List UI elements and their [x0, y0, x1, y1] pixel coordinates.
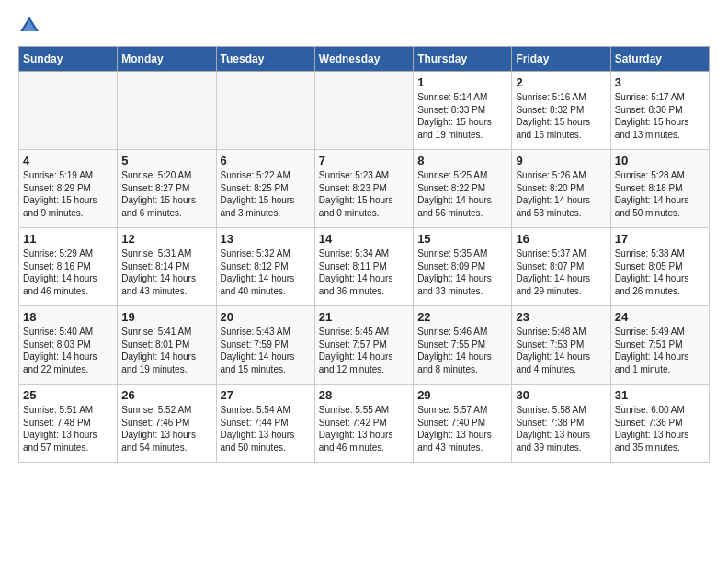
calendar-cell: 11Sunrise: 5:29 AM Sunset: 8:16 PM Dayli… — [19, 228, 118, 306]
day-number: 31 — [615, 388, 705, 402]
header — [18, 15, 710, 37]
day-number: 4 — [23, 154, 113, 167]
calendar-cell: 23Sunrise: 5:48 AM Sunset: 7:53 PM Dayli… — [512, 306, 610, 385]
calendar-cell — [314, 72, 413, 150]
calendar-cell: 17Sunrise: 5:38 AM Sunset: 8:05 PM Dayli… — [610, 228, 709, 306]
day-info: Sunrise: 5:46 AM Sunset: 7:55 PM Dayligh… — [417, 326, 507, 375]
day-number: 28 — [319, 388, 409, 402]
day-info: Sunrise: 5:32 AM Sunset: 8:12 PM Dayligh… — [221, 247, 311, 297]
day-number: 19 — [121, 310, 211, 324]
day-info: Sunrise: 5:28 AM Sunset: 8:18 PM Dayligh… — [615, 169, 705, 219]
day-number: 23 — [516, 310, 606, 324]
calendar-cell: 30Sunrise: 5:58 AM Sunset: 7:38 PM Dayli… — [512, 385, 610, 463]
day-number: 27 — [221, 388, 311, 402]
day-info: Sunrise: 5:43 AM Sunset: 7:59 PM Dayligh… — [221, 326, 311, 375]
logo-icon — [18, 15, 40, 37]
calendar-cell: 29Sunrise: 5:57 AM Sunset: 7:40 PM Dayli… — [414, 385, 512, 463]
calendar-cell: 13Sunrise: 5:32 AM Sunset: 8:12 PM Dayli… — [216, 228, 314, 306]
calendar-cell: 12Sunrise: 5:31 AM Sunset: 8:14 PM Dayli… — [118, 228, 216, 306]
calendar-cell — [216, 72, 314, 150]
calendar-cell: 1Sunrise: 5:14 AM Sunset: 8:33 PM Daylig… — [414, 72, 512, 150]
day-number: 7 — [319, 154, 409, 167]
day-info: Sunrise: 5:25 AM Sunset: 8:22 PM Dayligh… — [417, 169, 507, 219]
day-number: 21 — [319, 310, 409, 324]
day-number: 8 — [417, 154, 507, 167]
calendar-cell: 6Sunrise: 5:22 AM Sunset: 8:25 PM Daylig… — [216, 150, 314, 228]
calendar-cell — [118, 72, 216, 150]
day-info: Sunrise: 5:23 AM Sunset: 8:23 PM Dayligh… — [319, 169, 409, 219]
day-number: 18 — [23, 310, 113, 324]
day-number: 17 — [615, 232, 705, 246]
day-number: 11 — [23, 232, 113, 246]
calendar-cell — [19, 72, 118, 150]
calendar-cell: 31Sunrise: 6:00 AM Sunset: 7:36 PM Dayli… — [610, 385, 709, 463]
calendar-cell: 8Sunrise: 5:25 AM Sunset: 8:22 PM Daylig… — [414, 150, 512, 228]
day-info: Sunrise: 5:48 AM Sunset: 7:53 PM Dayligh… — [516, 326, 606, 375]
calendar-body: 1Sunrise: 5:14 AM Sunset: 8:33 PM Daylig… — [19, 72, 710, 463]
week-row-1: 1Sunrise: 5:14 AM Sunset: 8:33 PM Daylig… — [19, 72, 710, 150]
day-info: Sunrise: 5:52 AM Sunset: 7:46 PM Dayligh… — [121, 404, 211, 454]
day-number: 24 — [615, 310, 705, 324]
day-number: 5 — [121, 154, 211, 167]
day-number: 10 — [615, 154, 705, 167]
day-number: 14 — [319, 232, 409, 246]
day-number: 26 — [121, 388, 211, 402]
calendar-cell: 19Sunrise: 5:41 AM Sunset: 8:01 PM Dayli… — [118, 306, 216, 385]
calendar-cell: 24Sunrise: 5:49 AM Sunset: 7:51 PM Dayli… — [610, 306, 709, 385]
day-info: Sunrise: 5:41 AM Sunset: 8:01 PM Dayligh… — [121, 326, 211, 375]
calendar-cell: 10Sunrise: 5:28 AM Sunset: 8:18 PM Dayli… — [610, 150, 709, 228]
day-number: 6 — [221, 154, 311, 167]
day-number: 22 — [417, 310, 507, 324]
calendar-cell: 14Sunrise: 5:34 AM Sunset: 8:11 PM Dayli… — [314, 228, 413, 306]
day-info: Sunrise: 5:16 AM Sunset: 8:32 PM Dayligh… — [516, 91, 606, 141]
calendar-cell: 3Sunrise: 5:17 AM Sunset: 8:30 PM Daylig… — [610, 72, 709, 150]
day-info: Sunrise: 5:22 AM Sunset: 8:25 PM Dayligh… — [221, 169, 311, 219]
day-number: 15 — [417, 232, 507, 246]
calendar-cell: 21Sunrise: 5:45 AM Sunset: 7:57 PM Dayli… — [314, 306, 413, 385]
week-row-2: 4Sunrise: 5:19 AM Sunset: 8:29 PM Daylig… — [19, 150, 710, 228]
day-number: 16 — [516, 232, 606, 246]
day-info: Sunrise: 5:14 AM Sunset: 8:33 PM Dayligh… — [417, 91, 507, 141]
calendar-cell: 22Sunrise: 5:46 AM Sunset: 7:55 PM Dayli… — [414, 306, 512, 385]
week-row-3: 11Sunrise: 5:29 AM Sunset: 8:16 PM Dayli… — [19, 228, 710, 306]
col-header-tuesday: Tuesday — [216, 47, 314, 72]
col-header-monday: Monday — [118, 47, 216, 72]
day-info: Sunrise: 5:17 AM Sunset: 8:30 PM Dayligh… — [615, 91, 705, 141]
day-info: Sunrise: 5:26 AM Sunset: 8:20 PM Dayligh… — [516, 169, 606, 219]
day-info: Sunrise: 5:34 AM Sunset: 8:11 PM Dayligh… — [319, 247, 409, 297]
calendar-cell: 25Sunrise: 5:51 AM Sunset: 7:48 PM Dayli… — [19, 385, 118, 463]
day-number: 1 — [417, 75, 507, 89]
day-info: Sunrise: 5:54 AM Sunset: 7:44 PM Dayligh… — [221, 404, 311, 454]
day-info: Sunrise: 6:00 AM Sunset: 7:36 PM Dayligh… — [615, 404, 705, 454]
day-number: 29 — [417, 388, 507, 402]
calendar-cell: 15Sunrise: 5:35 AM Sunset: 8:09 PM Dayli… — [414, 228, 512, 306]
day-number: 12 — [121, 232, 211, 246]
day-number: 2 — [516, 75, 606, 89]
calendar-cell: 28Sunrise: 5:55 AM Sunset: 7:42 PM Dayli… — [314, 385, 413, 463]
col-header-wednesday: Wednesday — [314, 47, 413, 72]
calendar-cell: 9Sunrise: 5:26 AM Sunset: 8:20 PM Daylig… — [512, 150, 610, 228]
day-number: 3 — [615, 75, 705, 89]
logo — [18, 15, 44, 37]
day-info: Sunrise: 5:58 AM Sunset: 7:38 PM Dayligh… — [516, 404, 606, 454]
day-info: Sunrise: 5:55 AM Sunset: 7:42 PM Dayligh… — [319, 404, 409, 454]
day-info: Sunrise: 5:49 AM Sunset: 7:51 PM Dayligh… — [615, 326, 705, 375]
day-info: Sunrise: 5:31 AM Sunset: 8:14 PM Dayligh… — [121, 247, 211, 297]
day-info: Sunrise: 5:37 AM Sunset: 8:07 PM Dayligh… — [516, 247, 606, 297]
calendar-cell: 16Sunrise: 5:37 AM Sunset: 8:07 PM Dayli… — [512, 228, 610, 306]
day-info: Sunrise: 5:29 AM Sunset: 8:16 PM Dayligh… — [23, 247, 113, 297]
col-header-thursday: Thursday — [414, 47, 512, 72]
calendar-cell: 4Sunrise: 5:19 AM Sunset: 8:29 PM Daylig… — [19, 150, 118, 228]
day-info: Sunrise: 5:51 AM Sunset: 7:48 PM Dayligh… — [23, 404, 113, 454]
calendar-cell: 26Sunrise: 5:52 AM Sunset: 7:46 PM Dayli… — [118, 385, 216, 463]
day-number: 20 — [221, 310, 311, 324]
calendar-cell: 5Sunrise: 5:20 AM Sunset: 8:27 PM Daylig… — [118, 150, 216, 228]
col-header-saturday: Saturday — [610, 47, 709, 72]
day-number: 13 — [221, 232, 311, 246]
week-row-4: 18Sunrise: 5:40 AM Sunset: 8:03 PM Dayli… — [19, 306, 710, 385]
day-number: 30 — [516, 388, 606, 402]
calendar-header: SundayMondayTuesdayWednesdayThursdayFrid… — [19, 47, 710, 72]
header-row: SundayMondayTuesdayWednesdayThursdayFrid… — [19, 47, 710, 72]
week-row-5: 25Sunrise: 5:51 AM Sunset: 7:48 PM Dayli… — [19, 385, 710, 463]
calendar-table: SundayMondayTuesdayWednesdayThursdayFrid… — [18, 46, 710, 463]
